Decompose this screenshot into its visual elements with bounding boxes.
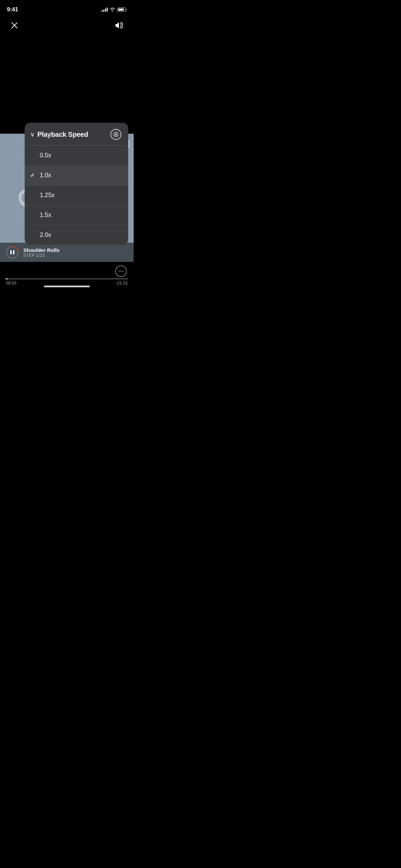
progress-bar-row: 00:03 -21:13 <box>0 278 134 286</box>
speed-label-1.25x: 1.25x <box>40 192 54 199</box>
speed-label-1.5x: 1.5x <box>40 212 51 219</box>
more-options-button[interactable] <box>115 265 127 277</box>
svg-point-11 <box>116 134 116 135</box>
exercise-name: Shoulder Rolls <box>23 247 128 253</box>
progress-track[interactable] <box>5 278 128 279</box>
svg-rect-8 <box>10 250 12 254</box>
speed-option-1.0x[interactable]: ✓ 1.0x <box>25 166 128 185</box>
check-mark-icon: ✓ <box>30 172 35 179</box>
dropdown-title: Playback Speed <box>37 131 88 138</box>
home-indicator <box>44 286 90 287</box>
close-button[interactable] <box>8 19 21 32</box>
status-icons <box>101 8 127 12</box>
time-row: 00:03 -21:13 <box>5 281 128 286</box>
time-remaining: -21:13 <box>116 281 127 286</box>
speed-label-2.0x: 2.0x <box>40 231 51 239</box>
exercise-step: STEP 1/23 <box>23 253 128 258</box>
more-icon <box>118 270 124 272</box>
battery-icon <box>117 8 127 12</box>
speed-option-2.0x[interactable]: 2.0x <box>25 225 128 245</box>
status-bar: 9:41 <box>0 0 134 15</box>
speed-option-1.25x[interactable]: 1.25x <box>25 185 128 205</box>
wifi-icon <box>110 8 115 12</box>
volume-button[interactable] <box>113 19 125 32</box>
speedometer-icon <box>113 131 119 137</box>
exercise-info-bar: Shoulder Rolls STEP 1/23 <box>0 243 134 262</box>
bottom-bar: 00:03 -21:13 <box>0 262 134 289</box>
volume-icon <box>114 22 124 29</box>
dropdown-chevron-icon: ∨ <box>30 131 35 138</box>
status-time: 9:41 <box>7 6 18 13</box>
svg-point-14 <box>123 271 124 272</box>
top-controls <box>0 15 134 36</box>
svg-rect-9 <box>13 250 14 254</box>
exercise-text: Shoulder Rolls STEP 1/23 <box>23 247 128 258</box>
more-btn-row <box>0 265 134 278</box>
progress-fill <box>5 278 8 279</box>
svg-point-13 <box>121 271 122 272</box>
svg-point-12 <box>119 271 120 272</box>
speed-option-0.5x[interactable]: 0.5x <box>25 146 128 166</box>
dropdown-header-left: ∨ Playback Speed <box>30 131 88 138</box>
speed-label-0.5x: 0.5x <box>40 152 51 159</box>
playback-speed-dropdown: ∨ Playback Speed 0.5x ✓ 1.0x 1.25x 1.5x … <box>25 123 128 245</box>
speed-label-1.0x: 1.0x <box>40 172 51 179</box>
dropdown-header: ∨ Playback Speed <box>25 123 128 146</box>
exercise-progress-circle <box>5 245 19 259</box>
time-current: 00:03 <box>6 281 16 286</box>
speedometer-button[interactable] <box>110 129 121 140</box>
speed-option-1.5x[interactable]: 1.5x <box>25 205 128 225</box>
close-icon <box>11 22 18 29</box>
signal-bars-icon <box>101 8 108 12</box>
